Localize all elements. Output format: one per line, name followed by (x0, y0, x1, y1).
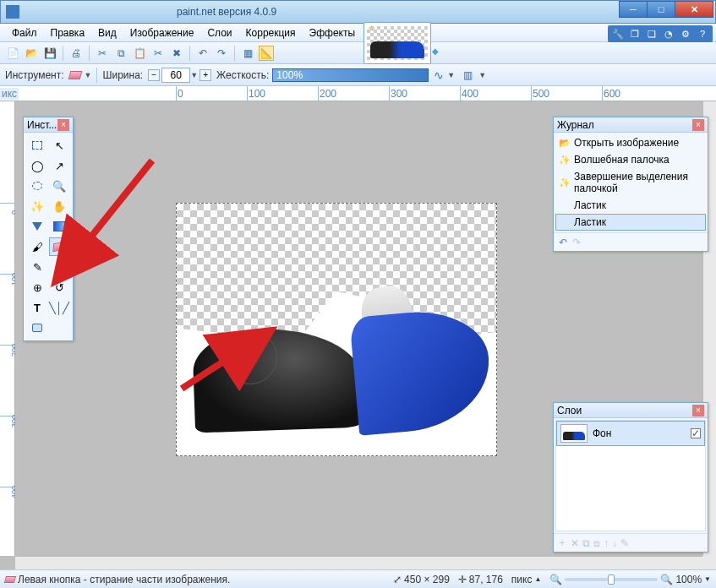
document-thumbnail[interactable]: ★ ◆ (363, 22, 431, 64)
status-unit[interactable]: пикс (511, 574, 533, 585)
history-item-wand-finish[interactable]: ✨Завершение выделения палочкой (555, 168, 706, 197)
settings-icon[interactable]: ⚙ (679, 27, 692, 41)
tool-paintbrush[interactable]: 🖌 (27, 237, 47, 256)
tool-pencil[interactable]: ✎ (27, 258, 47, 276)
ruler-icon[interactable]: 📐 (259, 46, 274, 61)
menu-adjust[interactable]: Коррекция (239, 25, 303, 41)
tool-move-selection[interactable]: ↖ (49, 136, 69, 155)
help-icon[interactable]: ? (696, 27, 709, 41)
tools-panel-close[interactable]: × (57, 119, 69, 131)
menu-file[interactable]: Файл (5, 25, 44, 41)
tool-clone-stamp[interactable]: ⊕ (27, 278, 47, 297)
zoom-knob[interactable] (608, 574, 615, 585)
tool-magic-wand[interactable]: ✨ (27, 197, 47, 215)
delete-layer-icon[interactable]: ✕ (571, 537, 579, 549)
history-item-eraser[interactable]: Ластик (555, 197, 706, 214)
hardness-slider[interactable]: 100% (272, 68, 429, 82)
crop-icon[interactable]: ✂ (150, 46, 166, 61)
tools-panel-title: Инст... (27, 119, 57, 131)
close-button[interactable]: ✕ (675, 1, 713, 18)
history-label: Завершение выделения палочкой (574, 171, 702, 194)
tool-shapes[interactable] (27, 318, 47, 337)
redo-icon[interactable]: ↷ (214, 46, 229, 61)
tools-window-icon[interactable]: 🔧 (611, 27, 625, 41)
history-item-open[interactable]: 📂Открыть изображение (555, 134, 706, 151)
separator (63, 46, 63, 61)
history-window-icon[interactable]: ❐ (628, 27, 642, 41)
print-icon[interactable]: 🖨 (68, 46, 84, 61)
eraser-icon[interactable] (68, 71, 82, 79)
tool-move-pixels[interactable]: ↗ (49, 156, 69, 175)
eraser-icon (559, 217, 571, 227)
redo-history-icon[interactable]: ↷ (572, 237, 581, 248)
scroll-corner (702, 556, 716, 569)
menu-view[interactable]: Вид (91, 25, 123, 41)
width-decrease-button[interactable]: − (148, 69, 160, 81)
tool-rect-select[interactable] (27, 136, 47, 155)
tool-text[interactable]: T (27, 298, 47, 317)
tool-zoom[interactable]: 🔍 (49, 177, 69, 195)
status-bar: Левая кнопка - стирание части изображени… (0, 569, 716, 588)
layer-visibility-checkbox[interactable]: ✓ (691, 428, 701, 438)
open-icon[interactable]: 📂 (24, 46, 39, 61)
tool-paint-bucket[interactable] (27, 217, 47, 236)
antialias-dropdown[interactable]: ▼ (447, 71, 455, 79)
save-icon[interactable]: 💾 (42, 46, 57, 61)
tool-gradient[interactable] (49, 217, 69, 236)
blend-icon[interactable]: ▥ (460, 68, 475, 83)
scrollbar-horizontal[interactable] (15, 556, 702, 569)
unit-dropdown-icon[interactable]: ▲ (534, 575, 541, 583)
app-icon (6, 5, 19, 19)
move-up-icon[interactable]: ↑ (604, 537, 609, 549)
tool-ellipse-select[interactable] (27, 177, 47, 195)
menu-effects[interactable]: Эффекты (303, 25, 363, 41)
tool-dropdown-icon[interactable]: ▼ (85, 71, 92, 79)
cut-icon[interactable]: ✂ (95, 46, 110, 61)
history-panel-close[interactable]: × (692, 119, 704, 131)
layers-panel-close[interactable]: × (692, 405, 704, 416)
menu-layers[interactable]: Слои (200, 25, 238, 41)
new-icon[interactable]: 📄 (5, 46, 20, 61)
history-item-wand[interactable]: ✨Волшебная палочка (555, 151, 706, 168)
colors-window-icon[interactable]: ◔ (662, 27, 675, 41)
zoom-in-icon[interactable]: 🔍 (660, 574, 673, 585)
grid-icon[interactable]: ▦ (240, 46, 255, 61)
layer-item-background[interactable]: Фон ✓ (556, 421, 705, 446)
thumbnail-image (367, 26, 428, 60)
tool-lasso[interactable]: ◯ (27, 156, 47, 175)
width-increase-button[interactable]: + (199, 69, 211, 81)
paste-icon[interactable]: 📋 (132, 46, 147, 61)
menu-edit[interactable]: Правка (44, 25, 92, 41)
zoom-slider[interactable] (565, 578, 658, 581)
history-panel[interactable]: Журнал × 📂Открыть изображение ✨Волшебная… (553, 117, 708, 252)
tool-line[interactable]: ╲│╱ (49, 298, 69, 317)
maximize-button[interactable]: □ (647, 1, 675, 18)
tool-pan[interactable]: ✋ (49, 197, 69, 215)
tools-panel[interactable]: Инст... × ↖ ◯ ↗ 🔍 ✨ ✋ 🖌 ✎ 💧 ⊕ ↺ T ╲│╱ (23, 117, 74, 341)
merge-down-icon[interactable]: ⧈ (593, 537, 600, 549)
blend-dropdown[interactable]: ▼ (478, 71, 486, 79)
width-dropdown-icon[interactable]: ▼ (190, 71, 198, 79)
deselect-icon[interactable]: ✖ (169, 46, 184, 61)
annotation-arrow-1 (76, 152, 161, 256)
history-item-eraser-current[interactable]: Ластик (555, 214, 706, 231)
tool-recolor[interactable]: ↺ (49, 278, 69, 297)
width-input[interactable] (161, 68, 190, 83)
status-tool-icon (4, 576, 16, 583)
layer-properties-icon[interactable]: ✎ (620, 537, 629, 549)
move-down-icon[interactable]: ↓ (612, 537, 617, 549)
tool-color-picker[interactable]: 💧 (49, 258, 69, 276)
undo-icon[interactable]: ↶ (195, 46, 210, 61)
zoom-out-icon[interactable]: 🔍 (549, 574, 562, 585)
layers-panel[interactable]: Слои × Фон ✓ ＋ ✕ ⧉ ⧈ ↑ ↓ ✎ (553, 402, 708, 553)
copy-icon[interactable]: ⧉ (113, 46, 128, 61)
menu-image[interactable]: Изображение (123, 25, 201, 41)
undo-history-icon[interactable]: ↶ (559, 237, 567, 248)
zoom-dropdown-icon[interactable]: ▼ (704, 575, 711, 583)
duplicate-layer-icon[interactable]: ⧉ (582, 537, 590, 549)
tool-eraser[interactable] (49, 237, 69, 256)
layers-window-icon[interactable]: ❏ (645, 27, 659, 41)
add-layer-icon[interactable]: ＋ (557, 536, 567, 550)
antialias-icon[interactable]: ∿ (434, 68, 444, 82)
minimize-button[interactable]: ─ (619, 1, 648, 18)
